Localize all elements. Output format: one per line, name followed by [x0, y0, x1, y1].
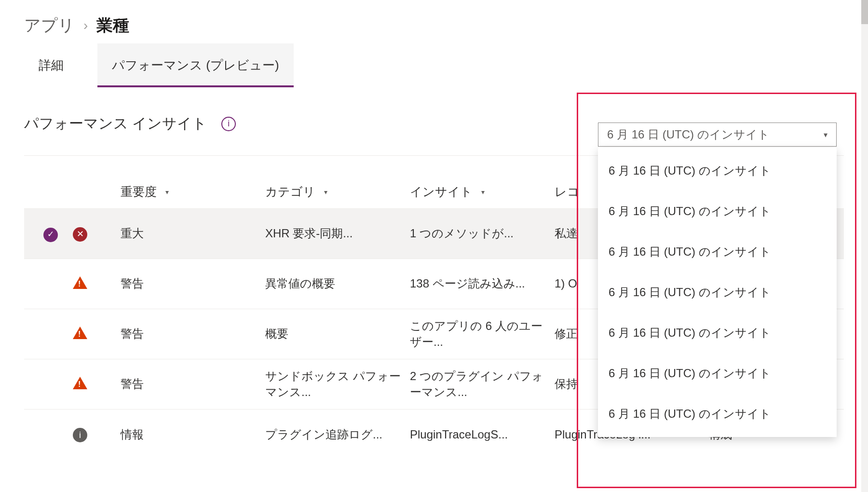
severity-warning-icon	[73, 377, 87, 389]
col-recommendation-label: レコ	[555, 184, 580, 200]
chevron-down-icon: ▾	[481, 188, 485, 196]
date-dropdown-option[interactable]: 6 月 16 日 (UTC) のインサイト	[598, 150, 837, 191]
date-dropdown-option[interactable]: 6 月 16 日 (UTC) のインサイト	[598, 394, 837, 434]
date-dropdown: 6 月 16 日 (UTC) のインサイト ▾ 6 月 16 日 (UTC) の…	[598, 123, 837, 437]
cell-severity: 重大	[121, 226, 265, 241]
tabs: 詳細 パフォーマンス (プレビュー)	[24, 43, 844, 87]
cell-severity: 警告	[121, 326, 265, 342]
col-insight-label: インサイト	[410, 184, 473, 200]
breadcrumb-parent[interactable]: アプリ	[24, 14, 75, 37]
date-dropdown-option[interactable]: 6 月 16 日 (UTC) のインサイト	[598, 191, 837, 232]
section-title: パフォーマンス インサイト	[24, 114, 207, 134]
severity-critical-icon: ✕	[73, 227, 87, 242]
severity-info-icon: i	[73, 428, 87, 442]
col-category-label: カテゴリ	[265, 184, 315, 200]
date-dropdown-panel: 6 月 16 日 (UTC) のインサイト 6 月 16 日 (UTC) のイン…	[598, 148, 837, 437]
severity-warning-icon	[73, 327, 87, 339]
date-dropdown-option[interactable]: 6 月 16 日 (UTC) のインサイト	[598, 353, 837, 394]
tab-performance[interactable]: パフォーマンス (プレビュー)	[97, 43, 294, 87]
cell-severity: 情報	[121, 427, 265, 442]
col-severity[interactable]: 重要度 ▾	[121, 184, 265, 200]
vertical-scrollbar[interactable]	[861, 0, 868, 492]
cell-category: 概要	[265, 326, 410, 342]
date-dropdown-option[interactable]: 6 月 16 日 (UTC) のインサイト	[598, 232, 837, 272]
cell-category: XHR 要求-同期...	[265, 226, 410, 241]
date-dropdown-selected: 6 月 16 日 (UTC) のインサイト	[607, 127, 770, 142]
chevron-down-icon: ▾	[824, 130, 827, 139]
date-dropdown-option[interactable]: 6 月 16 日 (UTC) のインサイト	[598, 272, 837, 313]
severity-warning-icon	[73, 276, 87, 289]
cell-insight: PluginTraceLogS...	[410, 427, 555, 442]
breadcrumb: アプリ › 業種	[24, 14, 844, 37]
cell-insight: 138 ページ読み込み...	[410, 276, 555, 291]
chevron-down-icon: ▾	[165, 188, 169, 196]
chevron-down-icon: ▾	[324, 188, 327, 196]
cell-category: 異常値の概要	[265, 276, 410, 291]
cell-insight: 1 つのメソッドが...	[410, 226, 555, 241]
cell-insight: 2 つのプラグイン パフォーマンス...	[410, 369, 555, 400]
info-icon[interactable]: i	[221, 117, 236, 131]
cell-severity: 警告	[121, 376, 265, 392]
date-dropdown-option[interactable]: 6 月 16 日 (UTC) のインサイト	[598, 313, 837, 353]
scrollbar-thumb[interactable]	[861, 0, 868, 24]
col-severity-label: 重要度	[121, 184, 157, 200]
tab-details[interactable]: 詳細	[24, 43, 78, 87]
chevron-right-icon: ›	[83, 18, 88, 33]
cell-severity: 警告	[121, 276, 265, 291]
selected-check-icon: ✓	[43, 228, 58, 242]
cell-category: プラグイン追跡ログ...	[265, 427, 410, 442]
col-category[interactable]: カテゴリ ▾	[265, 184, 410, 200]
cell-insight: このアプリの 6 人のユーザー...	[410, 318, 555, 350]
col-insight[interactable]: インサイト ▾	[410, 184, 555, 200]
cell-category: サンドボックス パフォーマンス...	[265, 369, 410, 400]
date-dropdown-button[interactable]: 6 月 16 日 (UTC) のインサイト ▾	[598, 123, 837, 147]
breadcrumb-current: 業種	[96, 14, 129, 37]
